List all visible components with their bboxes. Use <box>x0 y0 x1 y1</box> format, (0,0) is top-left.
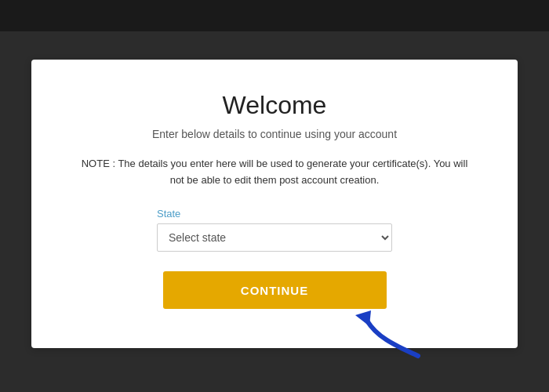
state-select[interactable]: Select state Alabama Alaska Arizona Cali… <box>157 223 392 252</box>
top-bar <box>0 0 549 31</box>
subtitle-text: Enter below details to continue using yo… <box>152 128 397 140</box>
welcome-card: Welcome Enter below details to continue … <box>31 60 518 349</box>
note-text: NOTE : The details you enter here will b… <box>78 156 471 189</box>
arrow-icon <box>347 301 449 364</box>
state-form-group: State Select state Alabama Alaska Arizon… <box>157 208 392 252</box>
welcome-title: Welcome <box>223 91 327 120</box>
svg-marker-0 <box>355 310 371 326</box>
state-label: State <box>157 208 392 220</box>
